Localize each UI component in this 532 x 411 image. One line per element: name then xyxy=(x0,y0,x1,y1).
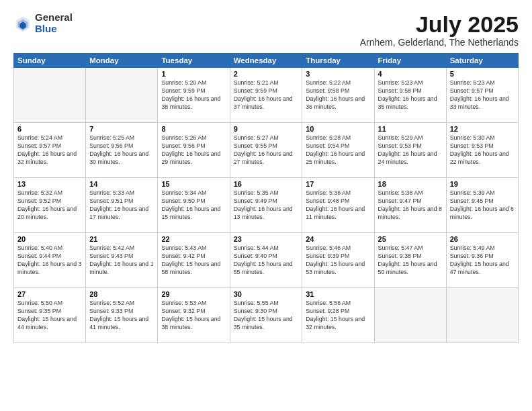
day-info: Sunrise: 5:23 AMSunset: 9:57 PMDaylight:… xyxy=(450,79,515,111)
header-thursday: Thursday xyxy=(302,54,374,68)
logo-text: General Blue xyxy=(35,12,73,34)
day-info: Sunrise: 5:39 AMSunset: 9:45 PMDaylight:… xyxy=(450,189,515,222)
day-cell: 11Sunrise: 5:29 AMSunset: 9:53 PMDayligh… xyxy=(374,123,446,178)
logo-icon xyxy=(13,14,32,33)
day-cell: 17Sunrise: 5:36 AMSunset: 9:48 PMDayligh… xyxy=(302,178,374,233)
day-cell: 7Sunrise: 5:25 AMSunset: 9:56 PMDaylight… xyxy=(86,123,158,178)
day-number: 19 xyxy=(450,180,515,188)
day-info: Sunrise: 5:52 AMSunset: 9:33 PMDaylight:… xyxy=(89,300,154,332)
day-info: Sunrise: 5:30 AMSunset: 9:53 PMDaylight:… xyxy=(450,134,515,167)
day-info: Sunrise: 5:27 AMSunset: 9:55 PMDaylight:… xyxy=(234,134,299,167)
day-info: Sunrise: 5:23 AMSunset: 9:58 PMDaylight:… xyxy=(378,79,443,111)
week-row-2: 13Sunrise: 5:32 AMSunset: 9:52 PMDayligh… xyxy=(14,178,519,233)
day-cell: 13Sunrise: 5:32 AMSunset: 9:52 PMDayligh… xyxy=(14,178,86,233)
logo-blue: Blue xyxy=(35,24,73,35)
day-info: Sunrise: 5:33 AMSunset: 9:51 PMDaylight:… xyxy=(89,189,154,222)
day-info: Sunrise: 5:25 AMSunset: 9:56 PMDaylight:… xyxy=(89,134,154,167)
day-number: 8 xyxy=(161,125,226,133)
day-cell xyxy=(374,288,446,343)
day-info: Sunrise: 5:32 AMSunset: 9:52 PMDaylight:… xyxy=(17,189,82,222)
day-number: 9 xyxy=(234,125,299,133)
day-number: 4 xyxy=(378,70,443,78)
day-number: 24 xyxy=(306,235,370,243)
day-number: 18 xyxy=(378,180,443,188)
day-cell: 5Sunrise: 5:23 AMSunset: 9:57 PMDaylight… xyxy=(446,68,518,123)
day-number: 1 xyxy=(161,70,226,78)
day-info: Sunrise: 5:55 AMSunset: 9:30 PMDaylight:… xyxy=(234,300,299,332)
header: General Blue July 2025 Arnhem, Gelderlan… xyxy=(13,12,519,48)
day-number: 21 xyxy=(89,235,154,243)
location: Arnhem, Gelderland, The Netherlands xyxy=(360,37,519,48)
day-cell: 31Sunrise: 5:56 AMSunset: 9:28 PMDayligh… xyxy=(302,288,374,343)
day-info: Sunrise: 5:46 AMSunset: 9:39 PMDaylight:… xyxy=(306,244,370,277)
day-cell: 26Sunrise: 5:49 AMSunset: 9:36 PMDayligh… xyxy=(446,233,518,288)
day-number: 11 xyxy=(378,125,443,133)
day-number: 6 xyxy=(17,125,82,133)
day-number: 16 xyxy=(234,180,299,188)
day-cell: 27Sunrise: 5:50 AMSunset: 9:35 PMDayligh… xyxy=(14,288,86,343)
header-wednesday: Wednesday xyxy=(230,54,302,68)
day-info: Sunrise: 5:28 AMSunset: 9:54 PMDaylight:… xyxy=(306,134,370,167)
day-info: Sunrise: 5:53 AMSunset: 9:32 PMDaylight:… xyxy=(161,300,226,332)
day-info: Sunrise: 5:34 AMSunset: 9:50 PMDaylight:… xyxy=(161,189,226,222)
day-number: 30 xyxy=(234,290,299,298)
day-number: 3 xyxy=(306,70,370,78)
day-cell: 10Sunrise: 5:28 AMSunset: 9:54 PMDayligh… xyxy=(302,123,374,178)
day-info: Sunrise: 5:21 AMSunset: 9:59 PMDaylight:… xyxy=(234,79,299,111)
day-number: 10 xyxy=(306,125,370,133)
page: General Blue July 2025 Arnhem, Gelderlan… xyxy=(0,0,532,411)
day-number: 29 xyxy=(161,290,226,298)
day-info: Sunrise: 5:49 AMSunset: 9:36 PMDaylight:… xyxy=(450,244,515,277)
day-number: 12 xyxy=(450,125,515,133)
day-info: Sunrise: 5:24 AMSunset: 9:57 PMDaylight:… xyxy=(17,134,82,167)
day-cell: 16Sunrise: 5:35 AMSunset: 9:49 PMDayligh… xyxy=(230,178,302,233)
day-cell: 9Sunrise: 5:27 AMSunset: 9:55 PMDaylight… xyxy=(230,123,302,178)
day-number: 31 xyxy=(306,290,370,298)
day-info: Sunrise: 5:40 AMSunset: 9:44 PMDaylight:… xyxy=(17,244,82,277)
day-cell: 2Sunrise: 5:21 AMSunset: 9:59 PMDaylight… xyxy=(230,68,302,123)
days-header-row: Sunday Monday Tuesday Wednesday Thursday… xyxy=(14,54,519,68)
day-info: Sunrise: 5:43 AMSunset: 9:42 PMDaylight:… xyxy=(161,244,226,277)
day-info: Sunrise: 5:26 AMSunset: 9:56 PMDaylight:… xyxy=(161,134,226,167)
day-cell: 3Sunrise: 5:22 AMSunset: 9:58 PMDaylight… xyxy=(302,68,374,123)
day-number: 28 xyxy=(89,290,154,298)
day-number: 26 xyxy=(450,235,515,243)
week-row-1: 6Sunrise: 5:24 AMSunset: 9:57 PMDaylight… xyxy=(14,123,519,178)
day-cell: 29Sunrise: 5:53 AMSunset: 9:32 PMDayligh… xyxy=(158,288,230,343)
title-block: July 2025 Arnhem, Gelderland, The Nether… xyxy=(360,12,519,48)
day-cell: 28Sunrise: 5:52 AMSunset: 9:33 PMDayligh… xyxy=(86,288,158,343)
header-sunday: Sunday xyxy=(14,54,86,68)
day-cell xyxy=(446,288,518,343)
day-cell: 8Sunrise: 5:26 AMSunset: 9:56 PMDaylight… xyxy=(158,123,230,178)
day-cell: 22Sunrise: 5:43 AMSunset: 9:42 PMDayligh… xyxy=(158,233,230,288)
day-info: Sunrise: 5:29 AMSunset: 9:53 PMDaylight:… xyxy=(378,134,443,167)
day-info: Sunrise: 5:35 AMSunset: 9:49 PMDaylight:… xyxy=(234,189,299,222)
day-number: 25 xyxy=(378,235,443,243)
day-info: Sunrise: 5:22 AMSunset: 9:58 PMDaylight:… xyxy=(306,79,370,111)
day-info: Sunrise: 5:20 AMSunset: 9:59 PMDaylight:… xyxy=(161,79,226,111)
day-cell: 21Sunrise: 5:42 AMSunset: 9:43 PMDayligh… xyxy=(86,233,158,288)
day-info: Sunrise: 5:36 AMSunset: 9:48 PMDaylight:… xyxy=(306,189,370,222)
day-number: 13 xyxy=(17,180,82,188)
day-info: Sunrise: 5:38 AMSunset: 9:47 PMDaylight:… xyxy=(378,189,443,222)
day-number: 2 xyxy=(234,70,299,78)
day-cell: 1Sunrise: 5:20 AMSunset: 9:59 PMDaylight… xyxy=(158,68,230,123)
day-number: 22 xyxy=(161,235,226,243)
logo-general: General xyxy=(35,12,73,24)
day-cell xyxy=(86,68,158,123)
week-row-0: 1Sunrise: 5:20 AMSunset: 9:59 PMDaylight… xyxy=(14,68,519,123)
day-cell: 15Sunrise: 5:34 AMSunset: 9:50 PMDayligh… xyxy=(158,178,230,233)
week-row-4: 27Sunrise: 5:50 AMSunset: 9:35 PMDayligh… xyxy=(14,288,519,343)
day-info: Sunrise: 5:44 AMSunset: 9:40 PMDaylight:… xyxy=(234,244,299,277)
day-cell: 14Sunrise: 5:33 AMSunset: 9:51 PMDayligh… xyxy=(86,178,158,233)
day-info: Sunrise: 5:42 AMSunset: 9:43 PMDaylight:… xyxy=(89,244,154,277)
day-number: 5 xyxy=(450,70,515,78)
day-cell: 4Sunrise: 5:23 AMSunset: 9:58 PMDaylight… xyxy=(374,68,446,123)
day-cell: 20Sunrise: 5:40 AMSunset: 9:44 PMDayligh… xyxy=(14,233,86,288)
day-cell: 6Sunrise: 5:24 AMSunset: 9:57 PMDaylight… xyxy=(14,123,86,178)
header-friday: Friday xyxy=(374,54,446,68)
header-tuesday: Tuesday xyxy=(158,54,230,68)
calendar: Sunday Monday Tuesday Wednesday Thursday… xyxy=(13,53,519,343)
day-number: 15 xyxy=(161,180,226,188)
header-saturday: Saturday xyxy=(446,54,518,68)
